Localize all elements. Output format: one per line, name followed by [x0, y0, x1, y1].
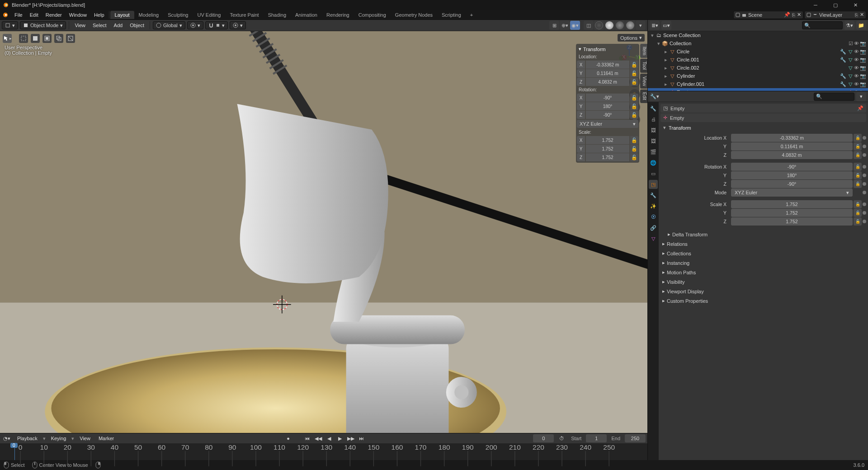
timeline-editor-type-icon[interactable]: ◔▾ — [2, 434, 12, 442]
prop-rot-x[interactable]: -90° — [731, 163, 853, 171]
tab-viewlayer[interactable]: 🖼 — [649, 136, 658, 146]
outliner-scene-collection[interactable]: ▾ 🗂 Scene Collection — [648, 31, 868, 39]
prop-rot-z[interactable]: -90° — [731, 180, 853, 188]
select-invert-icon[interactable] — [42, 34, 52, 43]
anim-dot-icon[interactable] — [863, 182, 866, 186]
section-custom-properties[interactable]: ▸Custom Properties — [660, 296, 866, 306]
workspace-tab-add[interactable]: + — [466, 11, 477, 19]
properties-options-icon[interactable]: ▾ — [856, 92, 866, 101]
anim-dot-icon[interactable] — [863, 211, 866, 215]
workspace-tab-uv[interactable]: UV Editing — [193, 11, 225, 19]
timeline-menu-view[interactable]: View — [77, 436, 93, 441]
prop-scale-y[interactable]: 1.752 — [731, 209, 853, 217]
mesh-select-mode-icon[interactable]: ⊞ — [549, 21, 559, 30]
outliner-display-mode-icon[interactable]: ▭▾ — [661, 21, 671, 30]
npanel-tab-item[interactable]: Item — [640, 44, 647, 58]
workspace-tab-rendering[interactable]: Rendering — [322, 11, 354, 19]
jump-start-icon[interactable]: ⏮ — [302, 434, 312, 442]
property-datablock[interactable]: ✛ Empty — [660, 113, 866, 122]
viewport-menu-select[interactable]: Select — [90, 23, 109, 28]
section-viewport-display[interactable]: ▸Viewport Display — [660, 287, 866, 296]
prop-loc-y[interactable]: 0.11641 m — [731, 142, 853, 150]
chevron-right-icon[interactable]: ▸ — [663, 65, 669, 71]
frame-range-icon[interactable]: ⏱ — [557, 434, 566, 442]
end-frame-field[interactable]: 250 — [625, 434, 646, 442]
camera-icon[interactable]: 📷 — [860, 41, 866, 47]
eye-icon[interactable]: 👁 — [854, 73, 859, 79]
chevron-right-icon[interactable]: ▸ — [663, 49, 669, 55]
timeline-track[interactable]: 0102030405060708090100110120130140150160… — [0, 443, 647, 460]
tab-scene[interactable]: 🎬 — [649, 147, 658, 156]
anim-dot-icon[interactable] — [863, 202, 866, 206]
lock-icon[interactable]: 🔓 — [854, 180, 862, 188]
snap-selector[interactable]: ▾ — [205, 21, 228, 29]
workspace-tab-sculpting[interactable]: Sculpting — [163, 11, 193, 19]
checkbox-icon[interactable]: ☑ — [849, 41, 853, 47]
anim-dot-icon[interactable] — [863, 145, 866, 148]
rot-z-field[interactable]: -90° — [586, 111, 629, 119]
scene-new-icon[interactable]: ⎘ — [792, 12, 795, 18]
npanel-tab-edit[interactable]: Edit — [640, 89, 647, 103]
viewlayer-name-input[interactable] — [819, 12, 853, 18]
prop-rot-y[interactable]: 180° — [731, 171, 853, 179]
scene-pin-icon[interactable]: 📌 — [784, 12, 790, 18]
outliner-collection[interactable]: ▾ 📦 Collection ☑👁📷 — [648, 39, 868, 47]
prop-loc-z[interactable]: 4.0832 m — [731, 151, 853, 159]
lock-icon[interactable]: 🔓 — [630, 78, 638, 86]
jump-end-icon[interactable]: ⏭ — [357, 434, 367, 442]
timeline-menu-playback[interactable]: Playback — [14, 436, 40, 441]
lock-icon[interactable]: 🔓 — [854, 209, 862, 217]
chevron-right-icon[interactable]: ▸ — [663, 81, 669, 87]
scene-selector[interactable]: 📌 ⎘ ✕ — [733, 11, 803, 19]
outliner-item[interactable]: ▸▽Circle.002▽👁📷 — [648, 64, 868, 72]
prop-loc-x[interactable]: -0.33362 m — [731, 134, 853, 142]
viewport-3d[interactable]: ▸ Options ▾ User Perspective (0) Collect… — [0, 31, 647, 433]
timeline-menu-marker[interactable]: Marker — [96, 436, 117, 441]
npanel-tab-tool[interactable]: Tool — [640, 59, 647, 72]
pivot-selector[interactable]: ▾ — [187, 21, 203, 29]
eye-icon[interactable]: 👁 — [854, 65, 859, 71]
scale-z-field[interactable]: 1.752 — [586, 153, 629, 161]
viewport-menu-view[interactable]: View — [72, 23, 88, 28]
section-collections[interactable]: ▸Collections — [660, 249, 866, 258]
lock-icon[interactable]: 🔓 — [854, 200, 862, 208]
npanel-transform-header[interactable]: ▾Transform — [577, 45, 638, 53]
anim-dot-icon[interactable] — [863, 136, 866, 140]
properties-search[interactable]: 🔍 — [814, 93, 854, 101]
npanel-tab-view[interactable]: View — [640, 74, 647, 89]
property-breadcrumb[interactable]: ◳ Empty 📌 — [660, 104, 866, 113]
outliner-item[interactable]: ▸▽Circle.001🔧▽👁📷 — [648, 56, 868, 64]
workspace-tab-texture[interactable]: Texture Paint — [225, 11, 263, 19]
anim-dot-icon[interactable] — [863, 153, 866, 157]
section-visibility[interactable]: ▸Visibility — [660, 277, 866, 287]
window-maximize-button[interactable]: ▢ — [826, 0, 845, 10]
workspace-tab-layout[interactable]: Layout — [110, 11, 134, 19]
lock-icon[interactable]: 🔓 — [630, 69, 638, 77]
play-reverse-icon[interactable]: ◀ — [324, 434, 334, 442]
workspace-tab-scripting[interactable]: Scripting — [437, 11, 466, 19]
chevron-down-icon[interactable]: ▾ — [650, 33, 655, 38]
section-transform[interactable]: ▾Transform — [660, 123, 866, 132]
menu-window[interactable]: Window — [66, 10, 90, 20]
eye-icon[interactable]: 👁 — [854, 41, 859, 47]
camera-icon[interactable]: 📷 — [860, 57, 866, 63]
rot-y-field[interactable]: 180° — [586, 102, 629, 110]
workspace-tab-modeling[interactable]: Modeling — [134, 11, 164, 19]
shading-options-icon[interactable]: ▾ — [636, 21, 646, 30]
lock-icon[interactable]: 🔓 — [854, 163, 862, 171]
outliner-item[interactable]: ▸▽Circle🔧▽👁📷 — [648, 47, 868, 56]
editor-type-selector[interactable]: ▾ — [2, 21, 18, 29]
lock-icon[interactable]: 🔓 — [630, 102, 638, 110]
camera-icon[interactable]: 📷 — [860, 65, 866, 71]
loc-x-field[interactable]: -0.33362 m — [586, 61, 629, 69]
prop-scale-z[interactable]: 1.752 — [731, 217, 853, 226]
workspace-tab-shading[interactable]: Shading — [264, 11, 291, 19]
outliner-filter-icon[interactable]: ⚗▾ — [844, 21, 854, 30]
tab-output[interactable]: 🖼 — [649, 126, 658, 135]
section-instancing[interactable]: ▸Instancing — [660, 258, 866, 268]
anim-dot-icon[interactable] — [863, 174, 866, 177]
autokey-toggle-icon[interactable]: ● — [283, 434, 293, 442]
outliner-item[interactable]: ▸▽Cylinder.001🔧▽👁📷 — [648, 80, 868, 88]
section-motion-paths[interactable]: ▸Motion Paths — [660, 268, 866, 277]
chevron-right-icon[interactable]: ▸ — [663, 57, 669, 63]
